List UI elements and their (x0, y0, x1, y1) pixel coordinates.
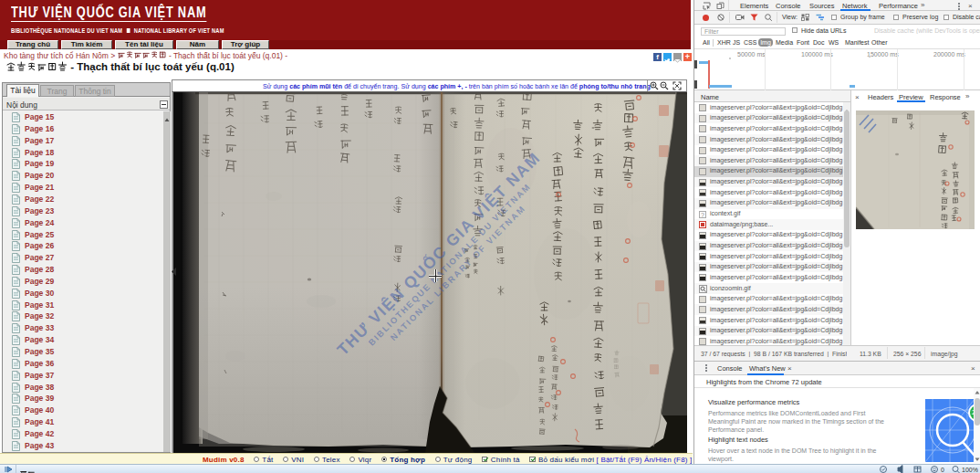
svg-text:100%: 100% (962, 467, 978, 473)
svg-text:0: 0 (941, 467, 944, 473)
